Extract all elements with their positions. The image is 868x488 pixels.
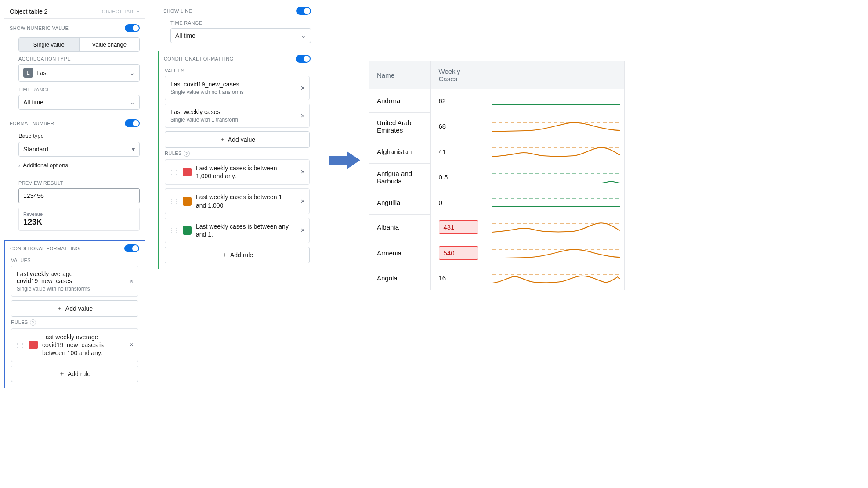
cell-cases: 16	[430, 266, 488, 290]
cases-value: 68	[439, 121, 446, 132]
time-range-value: All time	[175, 32, 195, 39]
rule-row[interactable]: ⋮⋮Last weekly cases is between 1,000 and…	[165, 159, 310, 185]
value-change-tab[interactable]: Value change	[80, 38, 140, 51]
col-header-name[interactable]: Name	[369, 61, 430, 89]
values-section-label: VALUES	[5, 255, 145, 266]
cell-sparkline	[488, 140, 624, 163]
conditional-formatting-toggle[interactable]	[296, 55, 311, 63]
rule-text: Last weekly cases is between any and 1.	[196, 222, 293, 238]
help-icon[interactable]: ?	[184, 151, 190, 157]
value-card[interactable]: Last weekly average covid19_new_cases Si…	[11, 266, 138, 297]
cases-value: 0	[439, 197, 442, 208]
add-rule-label: Add rule	[230, 251, 253, 258]
aggregation-type-select[interactable]: L Last ⌄	[18, 64, 140, 82]
single-value-tab[interactable]: Single value	[19, 38, 80, 51]
values-section-label: VALUES	[159, 65, 316, 76]
time-range-label: TIME RANGE	[18, 87, 140, 92]
table-row[interactable]: Andorra62	[369, 89, 624, 113]
add-rule-label: Add rule	[68, 370, 90, 377]
value-mode-segmented: Single value Value change	[18, 37, 140, 52]
table-row[interactable]: Armenia540	[369, 240, 624, 266]
show-numeric-value-label: SHOW NUMERIC VALUE	[10, 25, 69, 31]
remove-value-button[interactable]: ×	[301, 112, 305, 120]
value-card[interactable]: Last covid19_new_cases Single value with…	[165, 76, 310, 100]
cell-name: Armenia	[369, 240, 430, 266]
chevron-down-icon: ⌄	[130, 99, 135, 106]
show-line-toggle[interactable]	[296, 7, 311, 15]
rule-color-swatch[interactable]	[29, 341, 38, 349]
value-card-subtitle: Single value with no transforms	[170, 89, 293, 95]
additional-options-expander[interactable]: › Additional options	[18, 162, 140, 169]
add-rule-button[interactable]: ＋ Add rule	[11, 366, 138, 382]
table-row[interactable]: Afghanistan41	[369, 140, 624, 163]
conditional-formatting-panel-left: CONDITIONAL FORMATTING VALUES Last weekl…	[4, 240, 145, 388]
cell-name: Anguilla	[369, 191, 430, 214]
rule-color-swatch[interactable]	[183, 197, 192, 206]
cell-cases: 62	[430, 89, 488, 113]
cell-name: Andorra	[369, 89, 430, 113]
rule-text: Last weekly cases is between 1 and 1,000…	[196, 193, 293, 209]
remove-rule-button[interactable]: ×	[301, 197, 305, 205]
rule-row[interactable]: ⋮⋮Last weekly cases is between any and 1…	[165, 218, 310, 243]
remove-value-button[interactable]: ×	[301, 84, 305, 92]
cell-sparkline	[488, 240, 624, 266]
cell-sparkline	[488, 163, 624, 191]
drag-handle-icon[interactable]: ⋮⋮	[169, 228, 178, 233]
rule-row[interactable]: ⋮⋮ Last weekly average covid19_new_cases…	[11, 328, 138, 362]
time-range-label: TIME RANGE	[170, 20, 311, 25]
help-icon[interactable]: ?	[30, 319, 36, 326]
rule-color-swatch[interactable]	[183, 226, 192, 235]
rule-color-swatch[interactable]	[183, 168, 192, 176]
drag-handle-icon[interactable]: ⋮⋮	[15, 342, 25, 348]
preview-card-title: Revenue	[23, 212, 135, 217]
cell-sparkline	[488, 191, 624, 214]
cases-value: 16	[439, 273, 446, 283]
format-number-row: FORMAT NUMBER	[4, 117, 145, 130]
table-row[interactable]: Albania431	[369, 214, 624, 240]
cases-value: 41	[439, 146, 446, 157]
plus-icon: ＋	[221, 251, 228, 259]
remove-rule-button[interactable]: ×	[130, 341, 134, 349]
base-type-select[interactable]: Standard ▾	[18, 142, 140, 157]
chevron-right-icon: ›	[18, 162, 20, 169]
conditional-formatting-toggle[interactable]	[124, 244, 139, 252]
cell-cases: 0.5	[430, 163, 488, 191]
table-row[interactable]: United Arab Emirates68	[369, 112, 624, 140]
add-rule-button[interactable]: ＋ Add rule	[165, 247, 310, 263]
remove-value-button[interactable]: ×	[130, 277, 134, 285]
cases-value: 0.5	[439, 172, 448, 183]
rule-row[interactable]: ⋮⋮Last weekly cases is between 1 and 1,0…	[165, 188, 310, 214]
cell-name: Antigua and Barbuda	[369, 163, 430, 191]
format-number-toggle[interactable]	[125, 119, 140, 127]
remove-rule-button[interactable]: ×	[301, 226, 305, 234]
arrow-icon	[329, 149, 360, 171]
table-row[interactable]: Anguilla0	[369, 191, 624, 214]
drag-handle-icon[interactable]: ⋮⋮	[169, 169, 178, 175]
preview-input[interactable]	[18, 188, 140, 203]
value-card[interactable]: Last weekly cases Single value with 1 tr…	[165, 104, 310, 128]
base-type-label: Base type	[18, 133, 140, 139]
results-table: Name Weekly Cases Andorra62United Arab E…	[369, 61, 625, 290]
rule-text: Last weekly average covid19_new_cases is…	[42, 333, 122, 357]
time-range-value: All time	[23, 99, 43, 106]
time-range-select-mid[interactable]: All time ⌄	[170, 28, 311, 43]
table-row[interactable]: Antigua and Barbuda0.5	[369, 163, 624, 191]
col-header-cases[interactable]: Weekly Cases	[430, 61, 488, 89]
table-row[interactable]: Angola16	[369, 266, 624, 290]
show-numeric-value-toggle[interactable]	[125, 24, 140, 32]
preview-result-label: PREVIEW RESULT	[18, 180, 140, 186]
drag-handle-icon[interactable]: ⋮⋮	[169, 199, 178, 204]
time-range-select[interactable]: All time ⌄	[18, 95, 140, 110]
cell-sparkline	[488, 89, 624, 113]
add-value-button[interactable]: ＋ Add value	[11, 300, 138, 317]
cell-name: Albania	[369, 214, 430, 240]
remove-rule-button[interactable]: ×	[301, 168, 305, 176]
add-value-label: Add value	[65, 305, 93, 312]
add-value-label: Add value	[228, 136, 255, 143]
add-value-button[interactable]: ＋ Add value	[165, 131, 310, 148]
cell-cases: 540	[430, 240, 488, 266]
conditional-formatting-panel-mid: CONDITIONAL FORMATTING VALUES Last covid…	[158, 51, 316, 269]
last-badge-icon: L	[23, 68, 33, 78]
plus-icon: ＋	[219, 136, 225, 144]
show-line-row: SHOW LINE	[158, 4, 316, 18]
